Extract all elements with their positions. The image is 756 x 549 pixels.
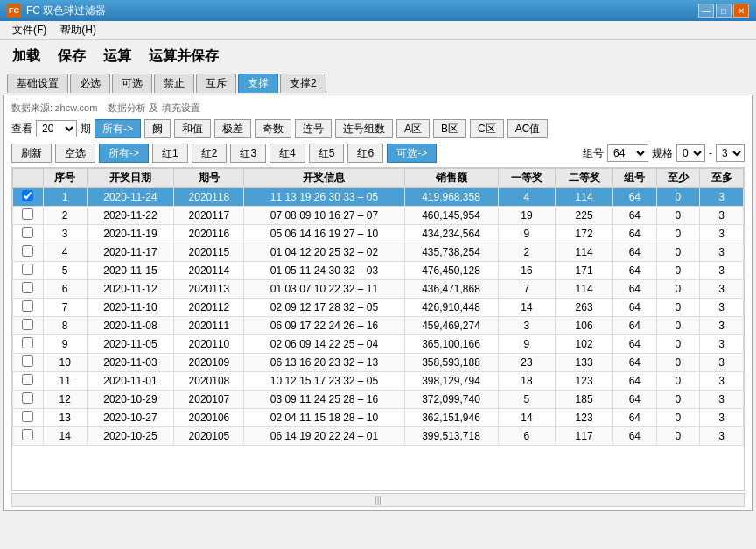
- row-checkbox[interactable]: [13, 188, 44, 207]
- row-sales: 358,593,188: [404, 354, 498, 372]
- select-all-button[interactable]: 所有->: [99, 144, 149, 163]
- red1-button[interactable]: 红1: [152, 144, 188, 163]
- row-checkbox[interactable]: [13, 207, 44, 225]
- table-row[interactable]: 9 2020-11-05 2020110 02 06 09 14 22 25 –…: [13, 335, 744, 354]
- row-group: 64: [612, 391, 656, 409]
- red3-button[interactable]: 红3: [230, 144, 266, 163]
- row-first: 23: [498, 354, 556, 372]
- data-table-wrapper[interactable]: 序号 开奖日期 期号 开奖信息 销售额 一等奖 二等奖 组号 至少 至多 1 2…: [11, 167, 745, 491]
- row-checkbox[interactable]: [13, 299, 44, 317]
- filter-all-button[interactable]: 所有->: [94, 119, 141, 138]
- optional-button[interactable]: 可选->: [387, 144, 437, 163]
- table-row[interactable]: 3 2020-11-19 2020116 05 06 14 16 19 27 –…: [13, 225, 744, 243]
- row-max: 3: [700, 372, 744, 391]
- row-checkbox[interactable]: [13, 409, 44, 427]
- table-row[interactable]: 12 2020-10-29 2020107 03 09 11 24 25 28 …: [13, 391, 744, 409]
- red6-button[interactable]: 红6: [347, 144, 383, 163]
- table-row[interactable]: 5 2020-11-15 2020114 01 05 11 24 30 32 –…: [13, 262, 744, 280]
- row-numbers: 01 03 07 10 22 32 – 11: [244, 280, 404, 299]
- red5-button[interactable]: 红5: [309, 144, 345, 163]
- row-max: 3: [700, 354, 744, 372]
- close-button[interactable]: ✕: [733, 4, 749, 18]
- row-group: 64: [612, 243, 656, 262]
- table-row[interactable]: 7 2020-11-10 2020112 02 09 12 17 28 32 –…: [13, 299, 744, 317]
- row-sales: 362,151,946: [404, 409, 498, 427]
- row-checkbox[interactable]: [13, 335, 44, 354]
- row-numbers: 03 09 11 24 25 28 – 16: [244, 391, 404, 409]
- tab-required[interactable]: 必选: [70, 74, 110, 93]
- row-numbers: 06 09 17 22 24 26 – 16: [244, 317, 404, 335]
- row-second: 117: [556, 427, 613, 446]
- refresh-button[interactable]: 刷新: [11, 144, 52, 163]
- row-numbers: 10 12 15 17 23 32 – 05: [244, 372, 404, 391]
- data-analysis: 数据分析 及 填充设置: [108, 102, 200, 115]
- col-min: 至少: [656, 169, 700, 188]
- menu-help[interactable]: 帮助(H): [55, 21, 102, 39]
- tab-support[interactable]: 支撑: [238, 74, 278, 93]
- filter-a-button[interactable]: A区: [396, 119, 430, 138]
- tab-basic[interactable]: 基础设置: [7, 74, 68, 93]
- filter-ac-button[interactable]: AC值: [508, 119, 549, 138]
- look-select[interactable]: 20 30 50 100: [36, 120, 77, 137]
- table-row[interactable]: 10 2020-11-03 2020109 06 13 16 20 23 32 …: [13, 354, 744, 372]
- filter-consec-group-button[interactable]: 连号组数: [335, 119, 393, 138]
- filter-sum-button[interactable]: 和值: [174, 119, 211, 138]
- filter-b-button[interactable]: B区: [433, 119, 466, 138]
- row-first: 18: [498, 372, 556, 391]
- row-checkbox[interactable]: [13, 280, 44, 299]
- red2-button[interactable]: 红2: [192, 144, 228, 163]
- spec-select2[interactable]: 3 4 5 6: [716, 144, 745, 162]
- spec-select1[interactable]: 0 1 2: [676, 144, 705, 162]
- table-row[interactable]: 1 2020-11-24 2020118 11 13 19 26 30 33 –…: [13, 188, 744, 207]
- row-id: 3: [43, 225, 87, 243]
- calculate-save-button[interactable]: 运算并保存: [144, 46, 224, 67]
- maximize-button[interactable]: □: [716, 4, 732, 18]
- table-row[interactable]: 8 2020-11-08 2020111 06 09 17 22 24 26 –…: [13, 317, 744, 335]
- row-checkbox[interactable]: [13, 354, 44, 372]
- menu-file[interactable]: 文件(F): [7, 21, 52, 39]
- save-button[interactable]: 保存: [52, 46, 91, 67]
- filter-consecutive-button[interactable]: 连号: [295, 119, 332, 138]
- filter-range-button[interactable]: 极差: [214, 119, 251, 138]
- filter-c-button[interactable]: C区: [470, 119, 504, 138]
- group-select[interactable]: 64 32 128: [607, 144, 648, 162]
- row-date: 2020-11-24: [87, 188, 174, 207]
- row-checkbox[interactable]: [13, 243, 44, 262]
- row-sales: 398,129,794: [404, 372, 498, 391]
- row-checkbox[interactable]: [13, 262, 44, 280]
- row-checkbox[interactable]: [13, 317, 44, 335]
- row-min: 0: [656, 391, 700, 409]
- table-row[interactable]: 14 2020-10-25 2020105 06 14 19 20 22 24 …: [13, 427, 744, 446]
- row-checkbox[interactable]: [13, 225, 44, 243]
- table-row[interactable]: 11 2020-11-01 2020108 10 12 15 17 23 32 …: [13, 372, 744, 391]
- col-period: 期号: [174, 169, 244, 188]
- table-row[interactable]: 2 2020-11-22 2020117 07 08 09 10 16 27 –…: [13, 207, 744, 225]
- row-group: 64: [612, 354, 656, 372]
- col-group: 组号: [612, 169, 656, 188]
- row-numbers: 11 13 19 26 30 33 – 05: [244, 188, 404, 207]
- horizontal-scrollbar[interactable]: |||: [11, 493, 745, 507]
- row-checkbox[interactable]: [13, 391, 44, 409]
- row-checkbox[interactable]: [13, 372, 44, 391]
- filter-que-button[interactable]: 阙: [144, 119, 171, 138]
- row-second: 171: [556, 262, 613, 280]
- tab-forbidden[interactable]: 禁止: [154, 74, 194, 93]
- filter-odd-button[interactable]: 奇数: [255, 119, 291, 138]
- tab-mutex[interactable]: 互斥: [196, 74, 236, 93]
- red4-button[interactable]: 红4: [270, 144, 305, 163]
- row-max: 3: [700, 280, 744, 299]
- row-sales: 399,513,718: [404, 427, 498, 446]
- load-button[interactable]: 加载: [7, 46, 46, 67]
- table-row[interactable]: 13 2020-10-27 2020106 02 04 11 15 18 28 …: [13, 409, 744, 427]
- calculate-button[interactable]: 运算: [98, 46, 136, 67]
- clear-select-button[interactable]: 空选: [55, 144, 95, 163]
- tab-optional[interactable]: 可选: [112, 74, 152, 93]
- row-min: 0: [656, 225, 700, 243]
- row-checkbox[interactable]: [13, 427, 44, 446]
- row-max: 3: [700, 207, 744, 225]
- table-row[interactable]: 6 2020-11-12 2020113 01 03 07 10 22 32 –…: [13, 280, 744, 299]
- table-row[interactable]: 4 2020-11-17 2020115 01 04 12 20 25 32 –…: [13, 243, 744, 262]
- minimize-button[interactable]: —: [698, 4, 714, 18]
- row-date: 2020-11-08: [87, 317, 174, 335]
- tab-support2[interactable]: 支撑2: [280, 74, 326, 93]
